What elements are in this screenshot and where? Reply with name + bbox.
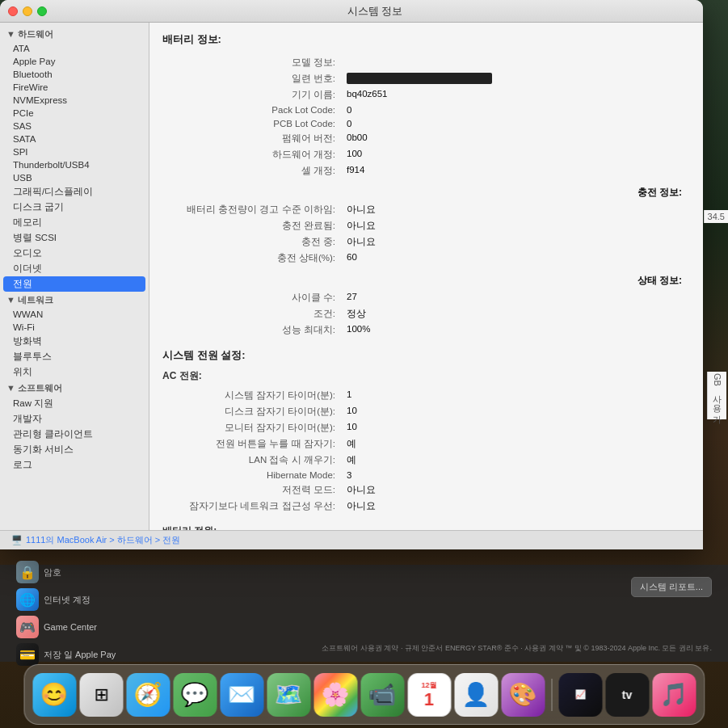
model-info-value <box>343 55 688 69</box>
cell-label: 셀 개정: <box>164 163 342 178</box>
cycle-count-label: 사이클 수: <box>164 290 342 305</box>
main-content: 배터리 정보: 모델 정보: 일련 번호: 기기 이름: bq40z651 Pa… <box>149 23 703 530</box>
sidebar-item-wifi[interactable]: Wi-Fi <box>0 321 149 334</box>
dock-finder[interactable]: 😊 <box>32 673 76 717</box>
dock-messages[interactable]: 💬 <box>173 673 217 717</box>
ac-lowpower-value: 아니요 <box>343 482 688 497</box>
sidebar-item-parallel-scsi[interactable]: 병렬 SCSI <box>0 230 149 246</box>
password-label: 암호 <box>44 566 61 579</box>
sidebar-item-thunderbolt[interactable]: Thunderbolt/USB4 <box>0 158 149 171</box>
ac-lowpower-label: 저전력 모드: <box>164 482 342 497</box>
maximize-button[interactable] <box>37 6 47 16</box>
sidebar: ▼ 하드웨어 ATA Apple Pay Bluetooth FireWire … <box>0 23 149 530</box>
cell-value: f914 <box>343 163 688 178</box>
ac-network-value: 아니요 <box>343 499 688 513</box>
sidebar-item-nvme[interactable]: NVMExpress <box>0 94 149 107</box>
sidebar-hardware-header[interactable]: ▼ 하드웨어 <box>0 26 149 42</box>
sidebar-item-ethernet[interactable]: 이더넷 <box>0 261 149 276</box>
charge-warn-label: 배터리 충전량이 경고 수준 이하임: <box>164 203 342 217</box>
max-capacity-value: 100% <box>343 322 688 337</box>
dock-safari[interactable]: 🧭 <box>126 673 170 717</box>
sidebar-item-ata[interactable]: ATA <box>0 42 149 55</box>
sidebar-item-log[interactable]: 로그 <box>0 457 149 473</box>
power-section-title: 시스템 전원 설정: <box>162 348 690 363</box>
sidebar-item-applepay[interactable]: Apple Pay <box>0 55 149 68</box>
dock-facetime[interactable]: 📹 <box>360 673 404 717</box>
ac-power-btn-value: 예 <box>343 436 688 451</box>
sidebar-item-usb[interactable]: USB <box>0 171 149 184</box>
stocks-chart-icon: 📈 <box>574 689 586 700</box>
ac-sleep-timer-label: 시스템 잠자기 타이머(분): <box>164 388 342 402</box>
internet-account-item[interactable]: 🌐 인터넷 계정 <box>16 588 259 611</box>
sidebar-item-sas[interactable]: SAS <box>0 120 149 133</box>
minimize-button[interactable] <box>23 6 32 16</box>
dock-music[interactable]: 🎵 <box>652 673 696 717</box>
apple-pay-item[interactable]: 💳 저장 일 Apple Pay <box>16 643 259 666</box>
game-center-item[interactable]: 🎮 Game Center <box>16 616 259 638</box>
sidebar-item-memory[interactable]: 메모리 <box>0 215 149 230</box>
sidebar-item-developer[interactable]: 개발자 <box>0 411 149 427</box>
sidebar-item-pcie[interactable]: PCIe <box>0 107 149 120</box>
charging-value: 아니요 <box>343 235 688 250</box>
appletv-label: tv <box>622 688 632 701</box>
sidebar-item-firewall[interactable]: 방화벽 <box>0 334 149 349</box>
sidebar-network-header[interactable]: ▼ 네트워크 <box>0 292 149 308</box>
sidebar-item-raw-support[interactable]: Raw 지원 <box>0 396 149 411</box>
gb-used-label: GB 사용 가 <box>707 372 726 419</box>
settings-icons-list: 🔒 암호 🌐 인터넷 계정 🎮 Game Center 💳 저장 일 Apple… <box>16 561 259 666</box>
calendar-day: 1 <box>424 691 434 709</box>
traffic-lights <box>8 6 47 16</box>
firmware-value: 0b00 <box>343 131 688 145</box>
window-title: 시스템 정보 <box>55 4 695 19</box>
apple-pay-icon: 💳 <box>16 643 39 666</box>
ac-monitor-timer-label: 모니터 잠자기 타이머(분): <box>164 420 342 435</box>
sidebar-item-sata[interactable]: SATA <box>0 133 149 145</box>
ac-disk-timer-label: 디스크 잠자기 타이머(분): <box>164 404 342 419</box>
right-panel-size-label: 34.5 <box>704 210 728 223</box>
device-name-value: bq40z651 <box>343 87 688 102</box>
internet-accounts-icon: 🌐 <box>16 588 39 611</box>
breadcrumb-link[interactable]: 1111의 MacBook Air > 하드웨어 > 전원 <box>26 534 180 546</box>
charge-info-header: 충전 정보: <box>164 179 688 201</box>
close-button[interactable] <box>8 6 18 16</box>
window-body: ▼ 하드웨어 ATA Apple Pay Bluetooth FireWire … <box>0 23 703 530</box>
charging-label: 충전 중: <box>164 235 342 250</box>
dock-stocks[interactable]: 📈 <box>558 673 602 717</box>
password-icon: 🔒 <box>16 561 39 583</box>
sidebar-item-firewire[interactable]: FireWire <box>0 81 149 94</box>
sidebar-item-bluetooth-net[interactable]: 블루투스 <box>0 349 149 364</box>
dock-calendar[interactable]: 12월 1 <box>407 673 451 717</box>
system-report-button[interactable]: 시스템 리포트... <box>631 577 712 597</box>
dock-launchpad[interactable]: ⊞ <box>79 673 123 717</box>
ac-hibernate-label: Hibernate Mode: <box>164 469 342 481</box>
game-center-label: Game Center <box>44 622 97 632</box>
dock-maps[interactable]: 🗺️ <box>267 673 310 717</box>
pcb-lot-label: PCB Lot Code: <box>164 117 342 129</box>
ac-monitor-timer-value: 10 <box>343 420 688 435</box>
sidebar-software-header[interactable]: ▼ 소프트웨어 <box>0 380 149 396</box>
sidebar-item-audio[interactable]: 오디오 <box>0 246 149 261</box>
device-name-label: 기기 이름: <box>164 87 342 102</box>
sidebar-item-sync-services[interactable]: 동기화 서비스 <box>0 442 149 457</box>
password-item[interactable]: 🔒 암호 <box>16 561 259 583</box>
redacted-serial <box>347 73 492 84</box>
sidebar-item-spi[interactable]: SPI <box>0 145 149 158</box>
dock-colorsync[interactable]: 🎨 <box>501 673 545 717</box>
sidebar-item-graphics[interactable]: 그래픽/디스플레이 <box>0 184 149 200</box>
sidebar-item-bluetooth[interactable]: Bluetooth <box>0 68 149 81</box>
ac-lan-label: LAN 접속 시 깨우기: <box>164 452 342 467</box>
pack-lot-value: 0 <box>343 103 688 116</box>
serial-label: 일련 번호: <box>164 71 342 86</box>
condition-label: 조건: <box>164 306 342 321</box>
battery-info-table: 모델 정보: 일련 번호: 기기 이름: bq40z651 Pack Lot C… <box>162 53 690 339</box>
sidebar-item-managed-client[interactable]: 관리형 클라이언트 <box>0 427 149 442</box>
dock-apple-tv[interactable]: tv <box>605 673 649 717</box>
sidebar-item-power[interactable]: 전원 <box>3 276 145 292</box>
dock-photos[interactable]: 🌸 <box>314 673 357 717</box>
max-capacity-label: 성능 최대치: <box>164 322 342 337</box>
sidebar-item-location[interactable]: 위치 <box>0 364 149 380</box>
sidebar-item-wwan[interactable]: WWAN <box>0 308 149 321</box>
sidebar-item-disk-burn[interactable]: 디스크 굽기 <box>0 200 149 215</box>
dock-contacts[interactable]: 👤 <box>454 673 498 717</box>
dock-mail[interactable]: ✉️ <box>220 673 263 717</box>
